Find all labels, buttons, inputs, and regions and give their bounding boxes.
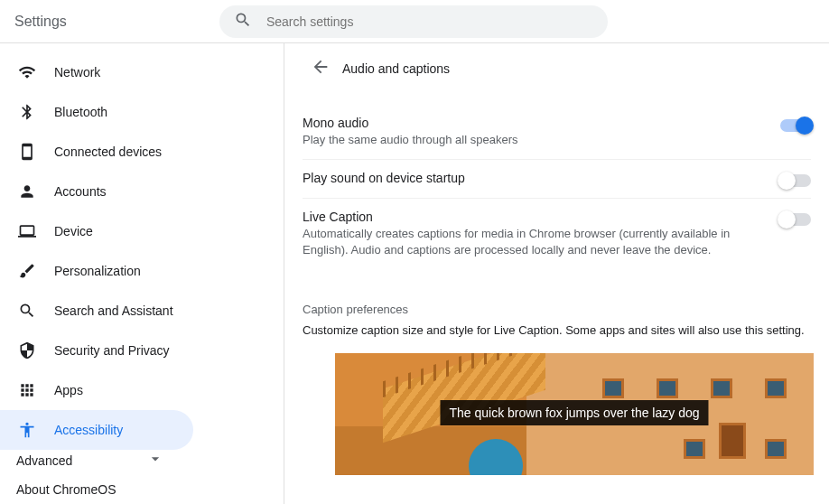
sidebar-item-personalization[interactable]: Personalization <box>0 251 193 291</box>
mono-audio-toggle[interactable] <box>780 119 811 132</box>
live-caption-desc: Automatically creates captions for media… <box>303 226 763 258</box>
sidebar-item-connected[interactable]: Connected devices <box>0 132 193 172</box>
advanced-label: Advanced <box>16 453 72 468</box>
caption-preferences-label: Caption preferences <box>303 303 811 316</box>
startup-sound-row: Play sound on device startup <box>303 160 811 199</box>
phone-icon <box>16 141 38 163</box>
live-caption-toggle[interactable] <box>780 213 811 226</box>
caption-preferences-desc: Customize caption size and style for Liv… <box>303 323 811 337</box>
sidebar-item-label: Device <box>54 224 93 238</box>
sidebar-item-label: Security and Privacy <box>54 343 170 358</box>
sidebar-item-label: Accessibility <box>54 423 123 437</box>
magnify-icon <box>16 300 38 322</box>
live-caption-title: Live Caption <box>303 210 780 224</box>
caption-preview: The quick brown fox jumps over the lazy … <box>335 353 814 475</box>
startup-sound-toggle[interactable] <box>780 174 811 187</box>
mono-audio-row: Mono audio Play the same audio through a… <box>303 105 811 160</box>
sidebar-item-label: Apps <box>54 383 83 397</box>
sidebar-item-security[interactable]: Security and Privacy <box>0 331 193 370</box>
caption-sample-text: The quick brown fox jumps over the lazy … <box>440 400 708 425</box>
advanced-toggle[interactable]: Advanced <box>0 450 181 471</box>
arrow-back-icon <box>311 57 331 80</box>
laptop-icon <box>16 220 38 242</box>
text-size-row: Text size Medium (Recommended) <box>303 500 811 504</box>
top-bar: Settings <box>0 0 829 43</box>
about-link[interactable]: About ChromeOS <box>0 471 284 504</box>
sidebar-item-accounts[interactable]: Accounts <box>0 172 193 211</box>
bluetooth-icon <box>16 101 38 123</box>
sidebar-item-label: Bluetooth <box>54 105 107 119</box>
person-icon <box>16 181 38 202</box>
shield-icon <box>16 340 38 361</box>
main-content: Audio and captions Mono audio Play the s… <box>284 43 829 504</box>
sidebar-item-network[interactable]: Network <box>0 52 193 92</box>
page-title: Audio and captions <box>342 61 450 76</box>
sidebar: Network Bluetooth Connected devices Acco… <box>0 43 284 504</box>
live-caption-row: Live Caption Automatically creates capti… <box>303 199 811 269</box>
sidebar-item-label: Network <box>54 65 100 79</box>
sidebar-item-label: Personalization <box>54 264 141 278</box>
sidebar-item-label: Search and Assistant <box>54 303 173 318</box>
accessibility-icon <box>16 419 38 441</box>
startup-sound-title: Play sound on device startup <box>303 171 780 185</box>
mono-audio-title: Mono audio <box>303 116 780 130</box>
search-input[interactable] <box>266 14 593 29</box>
sidebar-item-bluetooth[interactable]: Bluetooth <box>0 92 193 132</box>
sidebar-item-apps[interactable]: Apps <box>0 370 193 410</box>
sidebar-item-label: Accounts <box>54 184 107 199</box>
sidebar-item-label: Connected devices <box>54 145 162 159</box>
apps-icon <box>16 379 38 401</box>
sidebar-item-search[interactable]: Search and Assistant <box>0 291 193 331</box>
search-icon <box>234 11 252 33</box>
app-title: Settings <box>14 14 67 30</box>
mono-audio-desc: Play the same audio through all speakers <box>303 132 763 148</box>
wifi-icon <box>16 61 38 83</box>
brush-icon <box>16 260 38 282</box>
text-size-select[interactable]: Medium (Recommended) <box>653 500 811 504</box>
sidebar-item-accessibility[interactable]: Accessibility <box>0 410 193 450</box>
sidebar-item-device[interactable]: Device <box>0 211 193 251</box>
chevron-down-icon <box>146 450 164 471</box>
search-container[interactable] <box>219 5 608 38</box>
dropdown-arrow-icon <box>786 500 811 504</box>
back-button[interactable] <box>303 51 339 87</box>
